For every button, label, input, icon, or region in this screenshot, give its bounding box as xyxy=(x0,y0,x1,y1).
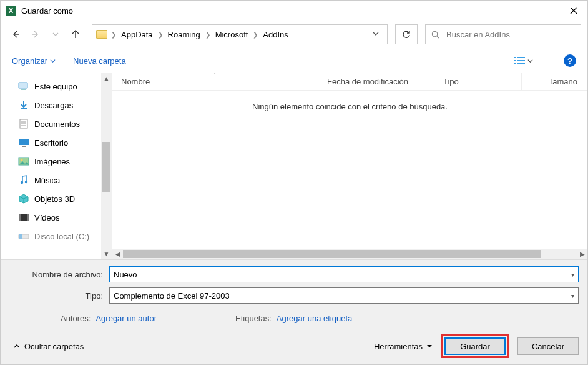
video-icon xyxy=(18,212,29,222)
save-button[interactable]: Guardar xyxy=(444,338,506,355)
arrow-right-icon xyxy=(31,29,41,39)
svg-rect-20 xyxy=(19,139,29,145)
svg-line-6 xyxy=(437,36,439,38)
tree-label: Documentos xyxy=(34,119,80,129)
refresh-button[interactable] xyxy=(395,24,418,44)
chevron-right-icon: ❯ xyxy=(158,31,163,38)
authors-label: Autores: xyxy=(61,314,91,323)
recent-dropdown[interactable] xyxy=(47,26,64,43)
tree-item-desktop[interactable]: Escritorio xyxy=(9,133,112,152)
search-box[interactable] xyxy=(425,24,581,44)
empty-message: Ningún elemento coincide con el criterio… xyxy=(112,91,587,249)
meta-row: Autores: Agregar un autor Etiquetas: Agr… xyxy=(9,309,579,331)
up-button[interactable] xyxy=(67,26,84,43)
column-date[interactable]: Fecha de modificación xyxy=(318,73,434,90)
column-name[interactable]: ˄Nombre xyxy=(112,73,318,90)
close-button[interactable] xyxy=(559,1,587,21)
folder-icon xyxy=(96,30,107,39)
tree-item-pictures[interactable]: Imágenes xyxy=(9,152,112,171)
tree-item-this-pc[interactable]: Este equipo xyxy=(9,77,112,96)
chevron-down-icon xyxy=(50,58,56,64)
organize-menu[interactable]: Organizar xyxy=(12,56,56,66)
new-folder-button[interactable]: Nueva carpeta xyxy=(73,56,126,66)
tools-menu[interactable]: Herramientas xyxy=(374,342,433,351)
download-icon xyxy=(18,100,29,110)
column-headers: ˄Nombre Fecha de modificación Tipo Tamañ… xyxy=(112,73,587,91)
title-bar: X Guardar como xyxy=(1,1,587,21)
close-icon xyxy=(569,6,579,16)
chevron-down-icon xyxy=(527,58,533,64)
svg-rect-10 xyxy=(517,60,525,61)
tree-item-3d-objects[interactable]: Objetos 3D xyxy=(9,189,112,208)
tree-scrollbar[interactable]: ▲ ▼ xyxy=(101,73,112,259)
help-button[interactable]: ? xyxy=(564,54,576,67)
svg-rect-13 xyxy=(19,82,27,88)
breadcrumb-segment[interactable]: Microsoft xyxy=(213,29,251,41)
scroll-left-icon[interactable]: ◀ xyxy=(112,249,123,259)
scroll-up-icon[interactable]: ▲ xyxy=(101,73,112,84)
scroll-down-icon[interactable]: ▼ xyxy=(101,249,112,259)
tree-label: Disco local (C:) xyxy=(34,232,89,241)
chevron-right-icon: ❯ xyxy=(253,31,258,38)
nav-tree: Este equipo Descargas Documentos Escrito… xyxy=(1,73,112,259)
scroll-thumb[interactable] xyxy=(102,142,110,192)
column-size[interactable]: Tamaño xyxy=(522,73,587,90)
filetype-value: Complemento de Excel 97-2003 xyxy=(114,291,567,301)
view-options-button[interactable] xyxy=(509,53,537,68)
filetype-label: Tipo: xyxy=(9,291,109,301)
breadcrumb-segment[interactable]: AppData xyxy=(119,29,155,41)
forward-button[interactable] xyxy=(27,26,44,43)
organize-label: Organizar xyxy=(12,56,47,66)
scroll-right-icon[interactable]: ▶ xyxy=(577,249,587,259)
chevron-right-icon: ❯ xyxy=(205,31,210,38)
breadcrumb-segment[interactable]: AddIns xyxy=(260,29,290,41)
tree-label: Vídeos xyxy=(34,213,59,222)
tree-label: Imágenes xyxy=(34,157,70,166)
filetype-field[interactable]: Complemento de Excel 97-2003 ▾ xyxy=(109,288,579,304)
search-input[interactable] xyxy=(445,29,576,40)
chevron-down-icon xyxy=(372,30,380,38)
filename-field[interactable]: Nuevo ▾ xyxy=(109,266,579,282)
tree-item-local-disk[interactable]: Disco local (C:) xyxy=(9,227,112,246)
svg-point-25 xyxy=(25,181,27,183)
tree-item-documents[interactable]: Documentos xyxy=(9,114,112,133)
excel-icon: X xyxy=(6,6,16,16)
file-list: ˄Nombre Fecha de modificación Tipo Tamañ… xyxy=(112,73,587,259)
back-button[interactable] xyxy=(7,26,24,43)
tree-label: Objetos 3D xyxy=(34,194,75,204)
image-icon xyxy=(18,156,29,166)
address-dropdown[interactable] xyxy=(368,30,383,39)
breadcrumb-segment[interactable]: Roaming xyxy=(165,29,203,41)
chevron-down-icon[interactable]: ▾ xyxy=(567,292,574,299)
arrow-left-icon xyxy=(11,29,21,39)
svg-rect-29 xyxy=(27,214,29,221)
column-type[interactable]: Tipo xyxy=(434,73,522,90)
cancel-button[interactable]: Cancelar xyxy=(517,338,579,355)
scroll-thumb[interactable] xyxy=(123,250,541,258)
music-icon xyxy=(18,175,29,185)
hide-folders-button[interactable]: Ocultar carpetas xyxy=(9,342,84,351)
list-hscrollbar[interactable]: ◀ ▶ xyxy=(112,249,587,259)
filename-label: Nombre de archivo: xyxy=(9,270,109,279)
save-as-dialog: X Guardar como ❯ AppData ❯ Roaming ❯ Mic… xyxy=(0,0,588,365)
filename-value: Nuevo xyxy=(114,270,137,279)
svg-rect-21 xyxy=(22,146,26,147)
tags-input[interactable]: Agregar una etiqueta xyxy=(277,314,352,323)
svg-rect-31 xyxy=(19,234,22,239)
svg-rect-14 xyxy=(21,89,26,90)
svg-point-5 xyxy=(432,31,437,36)
chevron-down-icon[interactable]: ▾ xyxy=(567,271,574,278)
cube-icon xyxy=(18,194,29,204)
main-area: Este equipo Descargas Documentos Escrito… xyxy=(1,73,587,259)
tree-item-downloads[interactable]: Descargas xyxy=(9,96,112,114)
address-bar[interactable]: ❯ AppData ❯ Roaming ❯ Microsoft ❯ AddIns xyxy=(92,24,388,44)
sort-asc-icon: ˄ xyxy=(213,72,217,79)
svg-rect-7 xyxy=(514,57,516,58)
chevron-down-icon xyxy=(426,343,433,349)
tree-item-videos[interactable]: Vídeos xyxy=(9,208,112,227)
authors-input[interactable]: Agregar un autor xyxy=(96,314,157,323)
svg-rect-8 xyxy=(517,57,525,58)
refresh-icon xyxy=(401,29,411,39)
tree-item-music[interactable]: Música xyxy=(9,171,112,189)
svg-rect-11 xyxy=(514,63,516,64)
